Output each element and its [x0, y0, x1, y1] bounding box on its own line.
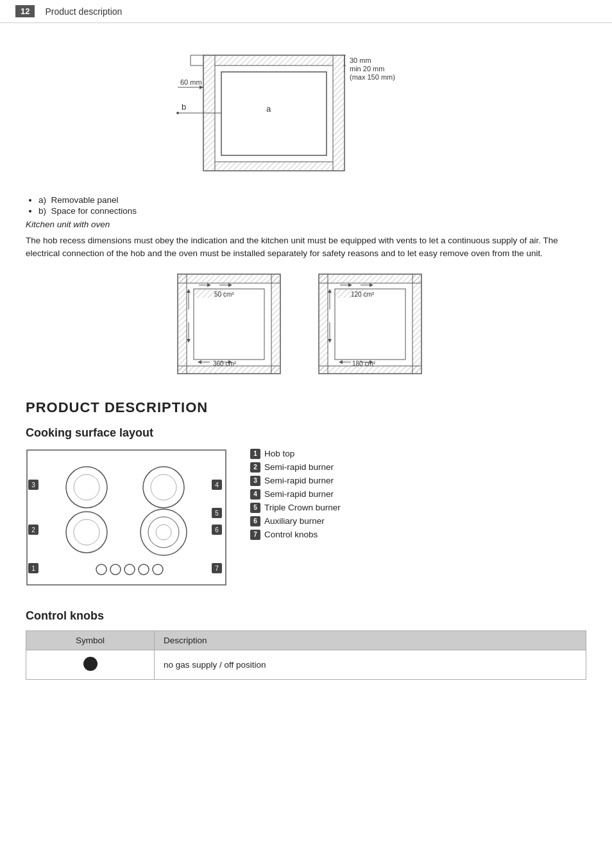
svg-text:1: 1 [31, 565, 35, 572]
svg-text:180 cm²: 180 cm² [352, 360, 376, 367]
svg-point-91 [110, 564, 121, 575]
svg-rect-8 [215, 162, 333, 171]
legend-item-1: 1 Hob top [250, 449, 341, 459]
svg-rect-60 [319, 274, 328, 374]
svg-rect-80 [27, 450, 226, 585]
svg-text:360 cm²: 360 cm² [213, 360, 237, 367]
page-number: 12 [15, 5, 35, 17]
left-vent-diagram: 50 cm² 360 cm² [174, 271, 296, 380]
svg-point-94 [153, 564, 163, 575]
svg-rect-38 [194, 289, 264, 360]
svg-text:6: 6 [215, 526, 219, 534]
svg-marker-69 [328, 289, 332, 293]
table-header-symbol: Symbol [26, 630, 155, 650]
legend-item-7: 7 Control knobs [250, 530, 341, 540]
legend-badge-2: 2 [250, 462, 260, 473]
svg-text:50 cm²: 50 cm² [214, 291, 234, 298]
svg-point-26 [176, 112, 179, 114]
svg-rect-10 [221, 72, 327, 155]
legend-item-3: 3 Semi-rapid burner [250, 476, 341, 486]
legend-badge-5: 5 [250, 503, 260, 513]
list-item-a: a) Removable panel [38, 195, 586, 205]
control-knobs-title: Control knobs [26, 609, 586, 623]
svg-marker-47 [207, 283, 211, 287]
svg-text:7: 7 [215, 565, 219, 572]
svg-point-82 [74, 474, 99, 500]
svg-marker-73 [348, 283, 352, 287]
legend-badge-6: 6 [250, 516, 260, 526]
top-installation-diagram: a 30 mm min 20 mm (max 150 mm) 60 mm b [171, 36, 441, 184]
table-row: no gas supply / off position [26, 650, 586, 679]
symbol-cell-1 [26, 650, 155, 679]
svg-text:5: 5 [215, 510, 219, 517]
description-cell-1: no gas supply / off position [155, 650, 586, 679]
svg-text:60 mm: 60 mm [180, 78, 202, 86]
svg-point-89 [156, 525, 171, 540]
main-content: a 30 mm min 20 mm (max 150 mm) 60 mm b [0, 30, 612, 699]
svg-text:(max 150 mm): (max 150 mm) [350, 73, 395, 81]
svg-text:30 mm: 30 mm [350, 56, 371, 64]
legend-badge-3: 3 [250, 476, 260, 486]
second-diagrams-row: 50 cm² 360 cm² [26, 271, 586, 380]
svg-marker-43 [187, 289, 191, 293]
kitchen-note: Kitchen unit with oven [26, 220, 586, 229]
svg-text:120 cm²: 120 cm² [351, 291, 375, 298]
body-paragraph: The hob recess dimensions must obey the … [26, 234, 586, 261]
svg-point-88 [148, 517, 179, 548]
subsection-cooking-title: Cooking surface layout [26, 426, 586, 440]
svg-text:b: b [182, 102, 186, 112]
svg-point-90 [96, 564, 106, 575]
svg-rect-36 [271, 274, 280, 374]
svg-point-87 [140, 509, 187, 555]
svg-rect-4 [333, 55, 344, 171]
svg-marker-45 [187, 339, 191, 343]
table-header-description: Description [155, 630, 586, 650]
svg-text:2: 2 [31, 526, 35, 534]
legend-item-6: 6 Auxiliary burner [250, 516, 341, 526]
description-list: a) Removable panel b) Space for connecti… [26, 195, 586, 216]
svg-marker-49 [228, 283, 232, 287]
svg-marker-71 [328, 339, 332, 343]
svg-marker-77 [339, 360, 343, 364]
legend-badge-1: 1 [250, 449, 260, 459]
hob-diagram-wrapper: 3 4 5 2 6 1 7 [26, 449, 231, 590]
svg-marker-51 [198, 360, 201, 364]
svg-text:a: a [266, 104, 271, 114]
svg-rect-56 [319, 274, 421, 283]
legend-badge-7: 7 [250, 530, 260, 540]
legend-badge-4: 4 [250, 489, 260, 499]
svg-marker-75 [370, 283, 373, 287]
svg-rect-6 [215, 55, 333, 65]
svg-point-84 [151, 474, 176, 500]
svg-rect-34 [178, 274, 187, 374]
svg-point-92 [124, 564, 135, 575]
list-item-b: b) Space for connections [38, 206, 586, 216]
legend-list: 1 Hob top 2 Semi-rapid burner 3 Semi-rap… [250, 449, 341, 543]
svg-point-81 [66, 467, 107, 508]
legend-item-4: 4 Semi-rapid burner [250, 489, 341, 499]
control-knobs-table: Symbol Description no gas supply / off p… [26, 630, 586, 680]
svg-text:4: 4 [215, 482, 219, 489]
right-vent-diagram: 120 cm² 180 cm² [316, 271, 438, 380]
symbol-dot-off [83, 657, 98, 671]
cooking-layout: 3 4 5 2 6 1 7 [26, 449, 586, 590]
legend-item-5: 5 Triple Crown burner [250, 503, 341, 513]
svg-point-85 [66, 512, 107, 553]
svg-text:3: 3 [31, 482, 35, 489]
section-title: PRODUCT DESCRIPTION [26, 399, 586, 416]
header-title: Product description [45, 6, 122, 17]
svg-point-86 [74, 519, 99, 545]
page-header: 12 Product description [0, 0, 612, 23]
top-diagram-container: a 30 mm min 20 mm (max 150 mm) 60 mm b [26, 36, 586, 184]
svg-text:min 20 mm: min 20 mm [350, 65, 384, 73]
svg-rect-30 [178, 274, 280, 283]
hob-diagram: 3 4 5 2 6 1 7 [26, 449, 231, 590]
svg-rect-64 [335, 289, 405, 360]
svg-rect-1 [203, 55, 344, 171]
svg-point-83 [143, 467, 184, 508]
legend-item-2: 2 Semi-rapid burner [250, 462, 341, 473]
svg-rect-62 [412, 274, 421, 374]
svg-point-93 [139, 564, 149, 575]
